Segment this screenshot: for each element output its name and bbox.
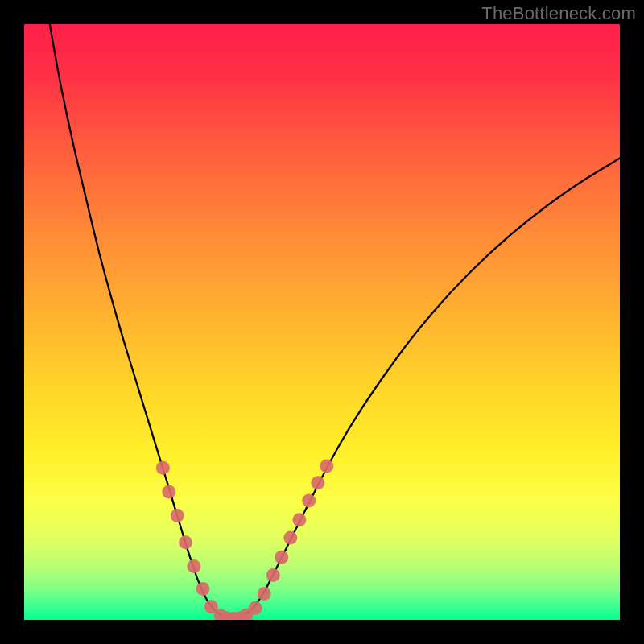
svg-point-4 (179, 535, 192, 549)
svg-point-15 (266, 568, 280, 582)
watermark-text: TheBottleneck.com (481, 3, 636, 24)
svg-point-17 (283, 530, 297, 544)
svg-point-5 (187, 559, 200, 573)
svg-point-20 (311, 476, 324, 489)
svg-point-18 (292, 513, 306, 526)
svg-point-13 (249, 601, 262, 615)
bottleneck-curve (50, 24, 620, 618)
svg-point-16 (275, 551, 288, 564)
svg-point-14 (258, 587, 271, 601)
plot-area (24, 24, 620, 620)
svg-point-3 (171, 509, 184, 522)
highlight-dots (156, 460, 334, 620)
svg-point-19 (302, 494, 316, 508)
curve-layer (24, 24, 620, 620)
svg-point-1 (156, 461, 170, 475)
chart-frame: TheBottleneck.com (0, 0, 644, 644)
svg-point-21 (320, 460, 333, 473)
svg-point-2 (162, 485, 175, 498)
svg-point-6 (196, 582, 210, 596)
